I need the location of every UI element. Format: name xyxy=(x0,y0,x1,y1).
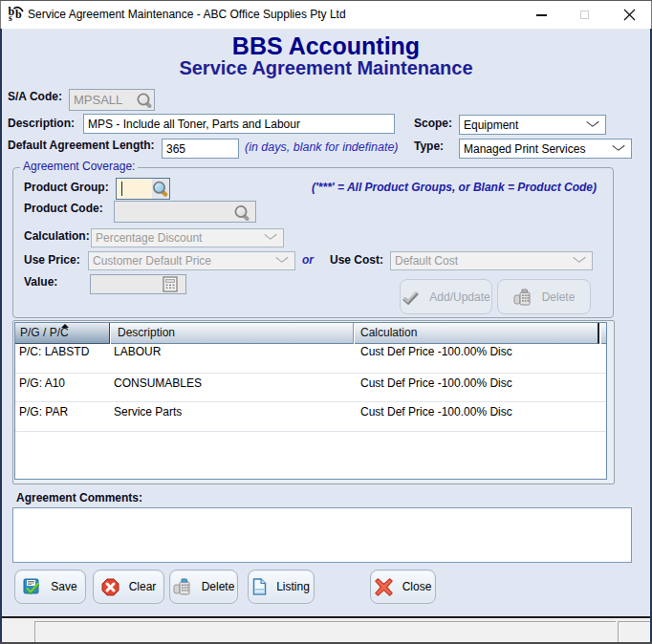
svg-text:s: s xyxy=(9,13,12,23)
